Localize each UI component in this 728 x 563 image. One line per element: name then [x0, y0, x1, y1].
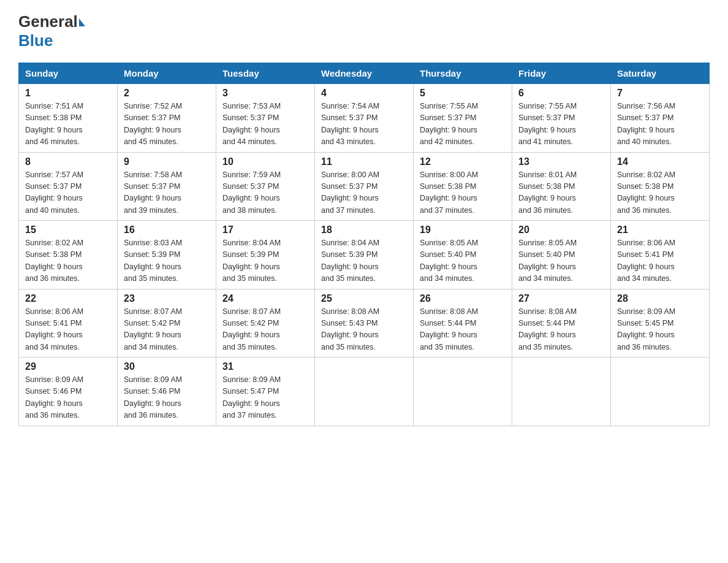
- day-number: 25: [321, 293, 407, 304]
- calendar-cell: 24 Sunrise: 8:07 AMSunset: 5:42 PMDaylig…: [216, 289, 315, 358]
- day-number: 16: [124, 224, 210, 236]
- day-info: Sunrise: 8:02 AMSunset: 5:38 PMDaylight:…: [25, 239, 83, 283]
- calendar-cell: 2 Sunrise: 7:52 AMSunset: 5:37 PMDayligh…: [118, 84, 216, 153]
- calendar-cell: 28 Sunrise: 8:09 AMSunset: 5:45 PMDaylig…: [611, 289, 710, 358]
- day-info: Sunrise: 8:00 AMSunset: 5:37 PMDaylight:…: [321, 170, 379, 215]
- calendar-week-4: 22 Sunrise: 8:06 AMSunset: 5:41 PMDaylig…: [19, 289, 710, 358]
- calendar-cell: 12 Sunrise: 8:00 AMSunset: 5:38 PMDaylig…: [414, 152, 512, 221]
- day-number: 12: [420, 156, 506, 167]
- calendar-cell: 14 Sunrise: 8:02 AMSunset: 5:38 PMDaylig…: [611, 152, 710, 221]
- calendar-cell: 22 Sunrise: 8:06 AMSunset: 5:41 PMDaylig…: [19, 289, 118, 358]
- day-info: Sunrise: 8:08 AMSunset: 5:44 PMDaylight:…: [420, 307, 478, 351]
- day-info: Sunrise: 8:01 AMSunset: 5:38 PMDaylight:…: [518, 170, 577, 215]
- day-number: 31: [222, 361, 308, 372]
- calendar-cell: 4 Sunrise: 7:54 AMSunset: 5:37 PMDayligh…: [315, 84, 414, 153]
- day-info: Sunrise: 7:59 AMSunset: 5:37 PMDaylight:…: [222, 170, 281, 215]
- day-info: Sunrise: 7:55 AMSunset: 5:37 PMDaylight:…: [420, 102, 478, 146]
- day-number: 22: [25, 293, 111, 304]
- day-info: Sunrise: 8:09 AMSunset: 5:45 PMDaylight:…: [617, 307, 675, 351]
- calendar-cell: [512, 358, 611, 426]
- calendar-cell: [414, 358, 512, 426]
- logo: General Blue: [18, 12, 85, 50]
- calendar-cell: 3 Sunrise: 7:53 AMSunset: 5:37 PMDayligh…: [216, 84, 315, 153]
- calendar-cell: 23 Sunrise: 8:07 AMSunset: 5:42 PMDaylig…: [118, 289, 216, 358]
- day-number: 4: [321, 88, 407, 99]
- day-number: 9: [124, 156, 210, 167]
- calendar-cell: 27 Sunrise: 8:08 AMSunset: 5:44 PMDaylig…: [512, 289, 611, 358]
- day-info: Sunrise: 8:04 AMSunset: 5:39 PMDaylight:…: [321, 239, 379, 283]
- day-number: 18: [321, 224, 407, 236]
- calendar-cell: 13 Sunrise: 8:01 AMSunset: 5:38 PMDaylig…: [512, 152, 611, 221]
- day-info: Sunrise: 7:53 AMSunset: 5:37 PMDaylight:…: [222, 102, 281, 146]
- day-info: Sunrise: 7:56 AMSunset: 5:37 PMDaylight:…: [617, 102, 675, 146]
- calendar-cell: 26 Sunrise: 8:08 AMSunset: 5:44 PMDaylig…: [414, 289, 512, 358]
- logo-general: General: [18, 12, 78, 31]
- calendar-cell: 18 Sunrise: 8:04 AMSunset: 5:39 PMDaylig…: [315, 221, 414, 289]
- calendar-week-3: 15 Sunrise: 8:02 AMSunset: 5:38 PMDaylig…: [19, 221, 710, 289]
- calendar-cell: 9 Sunrise: 7:58 AMSunset: 5:37 PMDayligh…: [118, 152, 216, 221]
- calendar-cell: 11 Sunrise: 8:00 AMSunset: 5:37 PMDaylig…: [315, 152, 414, 221]
- day-number: 11: [321, 156, 407, 167]
- calendar-cell: 5 Sunrise: 7:55 AMSunset: 5:37 PMDayligh…: [414, 84, 512, 153]
- weekday-header-sunday: Sunday: [19, 63, 118, 84]
- calendar-cell: 15 Sunrise: 8:02 AMSunset: 5:38 PMDaylig…: [19, 221, 118, 289]
- day-number: 13: [518, 156, 604, 167]
- calendar-cell: 31 Sunrise: 8:09 AMSunset: 5:47 PMDaylig…: [216, 358, 315, 426]
- day-number: 10: [222, 156, 308, 167]
- day-info: Sunrise: 8:02 AMSunset: 5:38 PMDaylight:…: [617, 170, 675, 215]
- day-number: 20: [518, 224, 604, 236]
- day-info: Sunrise: 7:55 AMSunset: 5:37 PMDaylight:…: [518, 102, 577, 146]
- day-info: Sunrise: 8:08 AMSunset: 5:43 PMDaylight:…: [321, 307, 379, 351]
- day-number: 8: [25, 156, 111, 167]
- day-info: Sunrise: 8:09 AMSunset: 5:46 PMDaylight:…: [124, 375, 182, 419]
- page-header: General Blue: [18, 12, 710, 50]
- calendar-cell: [611, 358, 710, 426]
- weekday-header-monday: Monday: [118, 63, 216, 84]
- calendar-cell: 1 Sunrise: 7:51 AMSunset: 5:38 PMDayligh…: [19, 84, 118, 153]
- calendar-cell: 30 Sunrise: 8:09 AMSunset: 5:46 PMDaylig…: [118, 358, 216, 426]
- calendar-cell: 8 Sunrise: 7:57 AMSunset: 5:37 PMDayligh…: [19, 152, 118, 221]
- calendar-cell: 19 Sunrise: 8:05 AMSunset: 5:40 PMDaylig…: [414, 221, 512, 289]
- calendar-cell: [315, 358, 414, 426]
- day-number: 5: [420, 88, 506, 99]
- day-info: Sunrise: 7:58 AMSunset: 5:37 PMDaylight:…: [124, 170, 182, 215]
- day-number: 24: [222, 293, 308, 304]
- calendar-week-1: 1 Sunrise: 7:51 AMSunset: 5:38 PMDayligh…: [19, 84, 710, 153]
- day-info: Sunrise: 8:09 AMSunset: 5:47 PMDaylight:…: [222, 375, 281, 419]
- day-info: Sunrise: 8:05 AMSunset: 5:40 PMDaylight:…: [518, 239, 577, 283]
- day-info: Sunrise: 7:54 AMSunset: 5:37 PMDaylight:…: [321, 102, 379, 146]
- calendar-week-5: 29 Sunrise: 8:09 AMSunset: 5:46 PMDaylig…: [19, 358, 710, 426]
- weekday-header-thursday: Thursday: [414, 63, 512, 84]
- day-info: Sunrise: 8:08 AMSunset: 5:44 PMDaylight:…: [518, 307, 577, 351]
- day-info: Sunrise: 8:03 AMSunset: 5:39 PMDaylight:…: [124, 239, 182, 283]
- day-number: 27: [518, 293, 604, 304]
- calendar-cell: 25 Sunrise: 8:08 AMSunset: 5:43 PMDaylig…: [315, 289, 414, 358]
- weekday-header-friday: Friday: [512, 63, 611, 84]
- day-info: Sunrise: 7:51 AMSunset: 5:38 PMDaylight:…: [25, 102, 83, 146]
- calendar-cell: 16 Sunrise: 8:03 AMSunset: 5:39 PMDaylig…: [118, 221, 216, 289]
- calendar-cell: 7 Sunrise: 7:56 AMSunset: 5:37 PMDayligh…: [611, 84, 710, 153]
- day-info: Sunrise: 7:52 AMSunset: 5:37 PMDaylight:…: [124, 102, 182, 146]
- weekday-header-row: SundayMondayTuesdayWednesdayThursdayFrid…: [19, 63, 710, 84]
- weekday-header-wednesday: Wednesday: [315, 63, 414, 84]
- day-number: 6: [518, 88, 604, 99]
- day-info: Sunrise: 8:07 AMSunset: 5:42 PMDaylight:…: [222, 307, 281, 351]
- day-info: Sunrise: 8:04 AMSunset: 5:39 PMDaylight:…: [222, 239, 281, 283]
- day-number: 7: [617, 88, 703, 99]
- day-number: 17: [222, 224, 308, 236]
- day-number: 15: [25, 224, 111, 236]
- calendar-cell: 17 Sunrise: 8:04 AMSunset: 5:39 PMDaylig…: [216, 221, 315, 289]
- calendar-week-2: 8 Sunrise: 7:57 AMSunset: 5:37 PMDayligh…: [19, 152, 710, 221]
- calendar-table: SundayMondayTuesdayWednesdayThursdayFrid…: [18, 63, 710, 426]
- day-number: 28: [617, 293, 703, 304]
- day-info: Sunrise: 8:09 AMSunset: 5:46 PMDaylight:…: [25, 375, 83, 419]
- day-number: 2: [124, 88, 210, 99]
- day-number: 23: [124, 293, 210, 304]
- calendar-cell: 21 Sunrise: 8:06 AMSunset: 5:41 PMDaylig…: [611, 221, 710, 289]
- day-info: Sunrise: 7:57 AMSunset: 5:37 PMDaylight:…: [25, 170, 83, 215]
- day-number: 3: [222, 88, 308, 99]
- day-info: Sunrise: 8:06 AMSunset: 5:41 PMDaylight:…: [25, 307, 83, 351]
- day-number: 29: [25, 361, 111, 372]
- day-number: 21: [617, 224, 703, 236]
- calendar-cell: 20 Sunrise: 8:05 AMSunset: 5:40 PMDaylig…: [512, 221, 611, 289]
